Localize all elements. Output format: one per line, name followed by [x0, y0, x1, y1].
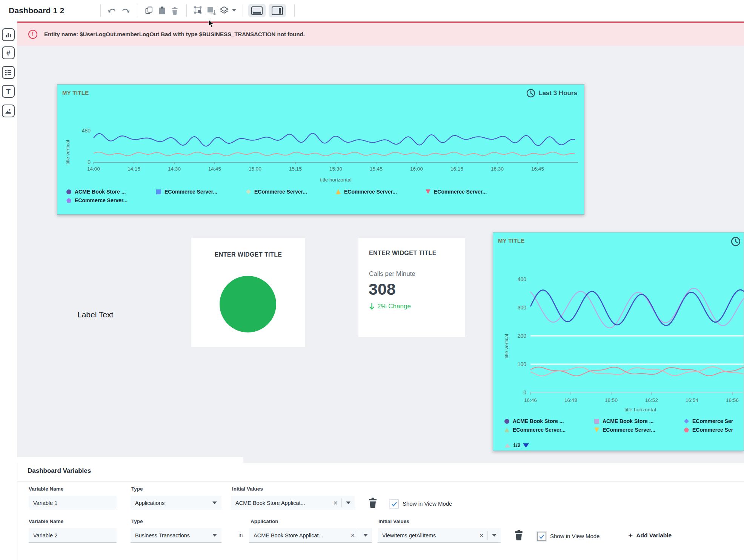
application-chip[interactable]: ACME Book Store Applicat... ✕ — [249, 528, 372, 543]
legend-item[interactable]: ECommerce Server... — [504, 427, 594, 433]
toolbar-divider — [186, 4, 187, 17]
legend-item[interactable]: ECommerce Server... — [156, 189, 246, 195]
toggle-right-panel-button[interactable] — [269, 4, 286, 17]
timeseries-widget-1[interactable]: MY TITLE Last 3 Hours title vertical 480… — [57, 84, 584, 215]
list-widget-icon[interactable] — [2, 66, 15, 79]
show-in-view-mode-checkbox[interactable] — [390, 500, 398, 508]
initial-values-label: Initial Values — [378, 518, 409, 524]
toolbar: Dashboard 1 2 — [0, 0, 744, 21]
paste-icon[interactable] — [155, 4, 168, 17]
widget2-xticks: 16:4616:4816:5016:5216:5416:56 — [530, 397, 744, 404]
legend-label: ECommerce Server... — [434, 189, 487, 195]
legend-item[interactable]: ECommerce Server... — [246, 189, 336, 195]
page-up-icon[interactable] — [504, 443, 510, 448]
timeseries-widget-2[interactable]: MY TITLE title vertical 4003002001000 16… — [493, 232, 744, 451]
show-in-view-mode-checkbox[interactable] — [537, 532, 546, 541]
widget2-legend: ACME Book Store ...ACME Book Store ...EC… — [504, 418, 744, 433]
widget1-plot — [94, 121, 578, 165]
delete-variable-icon[interactable] — [368, 497, 377, 509]
widget1-legend: ACME Book Store ...ECommerce Server...EC… — [66, 189, 572, 203]
y-tick-label: 0 — [507, 389, 526, 395]
widget2-plot — [530, 285, 744, 398]
legend-label: ECommerce Server... — [513, 427, 566, 433]
add-variable-button[interactable]: + Add Variable — [628, 531, 672, 539]
metric-widget[interactable]: ENTER WIDGET TITLE Calls per Minute 308 … — [358, 238, 465, 337]
toggle-bottom-panel-button[interactable] — [248, 4, 266, 17]
legend-item[interactable]: ECommerce Server... — [336, 189, 426, 195]
x-tick-label: 16:00 — [410, 166, 423, 172]
legend-item[interactable]: ECommerce Ser — [684, 418, 744, 424]
legend-item[interactable]: ACME Book Store ... — [504, 418, 594, 424]
legend-label: ECommerce Server... — [254, 189, 307, 195]
metric-value: 308 — [369, 280, 396, 298]
toolbar-divider — [243, 4, 243, 17]
layers-caret-icon[interactable] — [231, 4, 237, 17]
error-banner: ! Entity name: $UserLogOut.memberLogOut … — [17, 22, 744, 46]
widget2-title: MY TITLE — [498, 237, 524, 244]
group-icon[interactable] — [192, 4, 205, 17]
type-label: Type — [131, 518, 143, 524]
page-indicator: 1/2 — [513, 442, 520, 448]
redo-button[interactable] — [119, 4, 132, 17]
x-tick-label: 16:50 — [605, 397, 618, 403]
chevron-down-icon[interactable] — [363, 534, 368, 537]
x-tick-label: 14:00 — [87, 166, 100, 172]
dashboard-variables-panel: Dashboard Variables Variable Name Variab… — [17, 463, 744, 560]
chart-widget-icon[interactable] — [2, 28, 15, 41]
type-select[interactable]: Applications — [131, 496, 221, 510]
copy-icon[interactable] — [143, 4, 155, 17]
time-range[interactable]: Last 3 Hours — [526, 89, 577, 98]
variable-name-label: Variable Name — [29, 486, 63, 492]
x-tick-label: 16:30 — [491, 166, 504, 172]
legend-item[interactable]: ACME Book Store ... — [66, 189, 156, 195]
chip-value: ACME Book Store Applicat... — [254, 532, 347, 538]
pie-widget[interactable]: ENTER WIDGET TITLE — [191, 238, 305, 347]
application-label: Application — [251, 518, 278, 524]
y-tick-label: 400 — [507, 276, 526, 282]
x-tick-label: 16:48 — [564, 397, 577, 403]
metric-widget-icon[interactable]: # — [2, 46, 15, 59]
image-widget-icon[interactable] — [2, 105, 15, 117]
x-tick-label: 16:54 — [686, 397, 698, 403]
undo-button[interactable] — [106, 4, 119, 17]
layers-icon[interactable] — [218, 4, 231, 17]
variable-name-input[interactable]: Variable 2 — [29, 528, 117, 543]
chevron-down-icon[interactable] — [346, 502, 350, 504]
label-widget[interactable]: Label Text — [77, 310, 113, 319]
toolbar-divider — [294, 4, 295, 17]
y-tick-label: 200 — [507, 333, 526, 339]
legend-label: ACME Book Store ... — [513, 418, 564, 424]
widget2-xlabel: title horizontal — [527, 407, 744, 412]
text-widget-icon[interactable]: T — [2, 85, 15, 98]
clock-icon — [731, 237, 741, 246]
square-marker-icon — [594, 419, 599, 424]
metric-change-text: 2% Change — [377, 303, 411, 310]
delete-variable-icon[interactable] — [514, 530, 523, 542]
page-down-icon[interactable] — [523, 443, 529, 448]
chevron-down-icon[interactable] — [492, 534, 497, 537]
clear-icon[interactable]: ✕ — [475, 532, 487, 538]
x-tick-label: 15:00 — [249, 166, 261, 172]
legend-item[interactable]: ACME Book Store ... — [594, 418, 684, 424]
legend-label: ECommerce Server... — [344, 189, 397, 195]
add-variable-label: Add Variable — [636, 532, 672, 539]
error-icon: ! — [28, 30, 37, 39]
legend-item[interactable]: ECommerce Server... — [594, 427, 684, 433]
delete-icon[interactable] — [168, 4, 181, 17]
initial-values-chip[interactable]: ACME Book Store Applicat... ✕ — [231, 496, 355, 510]
type-select[interactable]: Business Transactions — [131, 528, 221, 543]
pie-circle — [220, 276, 276, 332]
legend-item[interactable]: ECommerce Server... — [66, 197, 156, 203]
clear-icon[interactable]: ✕ — [329, 500, 341, 506]
horizontal-scrollbar[interactable] — [17, 457, 243, 463]
variable-name-input[interactable]: Variable 1 — [29, 496, 117, 510]
show-in-view-mode-label: Show in View Mode — [403, 500, 452, 507]
legend-item[interactable]: ECommerce Server... — [426, 189, 515, 195]
clear-icon[interactable]: ✕ — [347, 532, 359, 538]
ungroup-icon[interactable] — [205, 4, 218, 17]
time-range[interactable] — [731, 237, 741, 248]
metric-label: Calls per Minute — [369, 270, 415, 278]
initial-values-chip[interactable]: ViewItems.getAllItems ✕ — [378, 528, 501, 543]
type-select-value: Applications — [135, 500, 164, 506]
legend-item[interactable]: ECommerce Ser — [684, 427, 744, 433]
